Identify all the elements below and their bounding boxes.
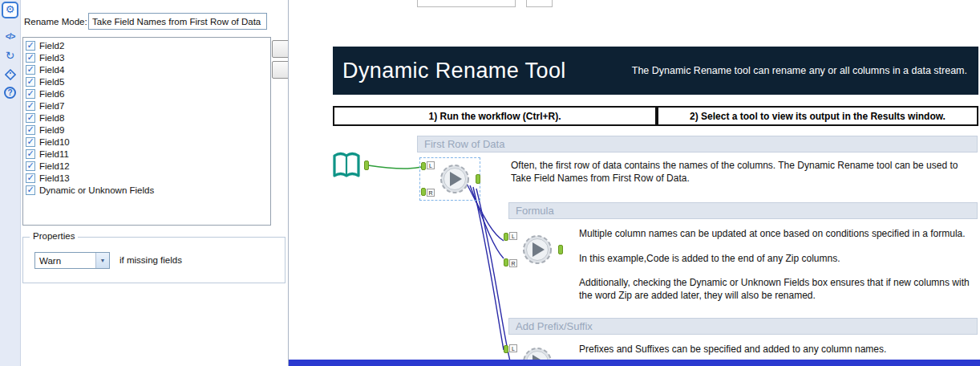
checkmark-icon: ✓ [26,65,34,73]
paragraph-prefix-suffix: Prefixes and Suffixes can be specified a… [579,344,978,356]
output-anchor[interactable] [558,245,563,254]
input-anchor-nub[interactable] [504,233,508,241]
panel-button-top[interactable] [272,40,289,58]
output-anchor[interactable] [476,174,480,184]
field-list-item[interactable]: ✓ Field5 [23,75,270,87]
field-list-item[interactable]: ✓ Field9 [23,124,270,136]
field-list-item[interactable]: ✓ Field13 [23,172,270,184]
banner-subtitle: The Dynamic Rename tool can rename any o… [632,65,967,76]
checkmark-icon: ✓ [26,53,34,61]
field-checkbox[interactable]: ✓ [26,65,35,75]
missing-fields-dropdown[interactable]: Warn ▼ [34,252,110,269]
paragraph-formula-3: Additionally, checking the Dynamic or Un… [579,277,970,302]
input-data-tool[interactable] [331,149,362,181]
chevron-down-icon[interactable]: ▼ [95,253,109,268]
input-anchor-nub[interactable] [504,258,508,266]
field-checkbox[interactable]: ✓ [26,125,35,135]
output-anchor[interactable] [364,161,369,170]
field-checkbox[interactable]: ✓ [26,185,35,195]
checkmark-icon: ✓ [26,89,34,97]
field-checkbox[interactable]: ✓ [26,53,35,63]
checkmark-icon: ✓ [26,149,34,157]
book-icon [331,149,362,181]
field-label: Field9 [39,125,64,135]
field-label: Field7 [39,101,64,111]
field-label: Field13 [39,173,70,183]
checkmark-icon: ✓ [26,41,34,49]
code-icon[interactable]: </> [0,32,20,41]
banner: Dynamic Rename Tool The Dynamic Rename t… [333,47,978,95]
input-anchor-l[interactable]: L [509,344,517,352]
input-anchor-r[interactable]: R [509,259,517,267]
input-anchor-nub[interactable] [421,188,426,196]
checkmark-icon: ✓ [26,137,34,145]
field-label: Field10 [39,137,70,147]
tag-icon[interactable] [0,69,20,83]
instruction-run-workflow: 1) Run the workflow (Ctrl+R). [333,106,657,126]
checkmark-icon: ✓ [26,161,34,169]
help-icon[interactable]: ? [0,87,20,99]
rename-mode-label: Rename Mode: [24,17,87,26]
field-list-item[interactable]: ✓ Field10 [23,136,270,148]
field-checkbox[interactable]: ✓ [26,101,35,111]
field-list[interactable]: ✓ Field2 ✓ Field3 ✓ Field4 ✓ Field5 ✓ Fi… [22,37,271,226]
app-window: ⚙ </> ↻ ? Rename Mode: ✓ Field2 ✓ Field3… [0,0,980,366]
field-list-item[interactable]: ✓ Field6 [23,87,270,100]
field-list-item[interactable]: ✓ Field3 [23,51,270,63]
banner-title: Dynamic Rename Tool [342,59,566,83]
field-checkbox[interactable]: ✓ [26,137,35,147]
field-list-item[interactable]: ✓ Field2 [23,39,270,51]
input-anchor-l[interactable]: L [509,232,517,240]
input-anchor-r[interactable]: R [427,189,435,197]
paragraph-formula-2: In this example,Code is added to the end… [579,253,978,266]
canvas-tab[interactable] [417,0,516,7]
missing-fields-value: Warn [35,256,95,266]
panel-button-bottom[interactable] [272,61,289,79]
instruction-select-tool: 2) Select a tool to view its output in t… [657,106,978,126]
input-anchor-nub[interactable] [421,162,426,170]
missing-fields-label: if missing fields [119,255,182,265]
properties-group: Properties Warn ▼ if missing fields [22,237,285,283]
dynamic-rename-tool-1[interactable]: L R [436,161,473,197]
input-anchor-nub[interactable] [504,345,508,353]
field-label: Field6 [39,89,64,99]
field-checkbox[interactable]: ✓ [26,113,35,123]
dynamic-rename-tool-2[interactable]: L R [519,231,556,268]
field-checkbox[interactable]: ✓ [26,161,35,171]
workflow-canvas[interactable]: Dynamic Rename Tool The Dynamic Rename t… [289,0,980,366]
canvas-bottom-strip [289,360,980,366]
field-checkbox[interactable]: ✓ [26,173,35,183]
field-checkbox[interactable]: ✓ [26,41,35,51]
field-checkbox[interactable]: ✓ [26,89,35,99]
section-formula: Formula [508,202,978,219]
field-label: Field12 [39,161,70,171]
configuration-panel: Rename Mode: ✓ Field2 ✓ Field3 ✓ Field4 … [21,0,289,366]
checkmark-icon: ✓ [26,125,34,133]
field-label: Field5 [39,77,64,87]
field-label: Field3 [39,53,64,63]
refresh-icon[interactable]: ↻ [0,49,20,62]
field-label: Field8 [39,113,64,123]
field-list-item[interactable]: ✓ Field8 [23,112,270,124]
checkmark-icon: ✓ [26,185,34,193]
field-list-item[interactable]: ✓ Field4 [23,63,270,75]
section-add-prefix-suffix: Add Prefix/Suffix [508,318,978,335]
field-list-item[interactable]: ✓ Dynamic or Unknown Fields [23,184,270,196]
gear-icon[interactable]: ⚙ [2,2,18,18]
field-label: Field11 [39,149,69,159]
canvas-tab-small[interactable] [526,0,553,7]
saw-blade-icon [436,161,473,197]
field-list-item[interactable]: ✓ Field11 [23,148,270,160]
section-first-row-of-data: First Row of Data [417,136,978,152]
field-checkbox[interactable]: ✓ [26,77,35,87]
field-label: Field2 [39,41,64,51]
field-checkbox[interactable]: ✓ [26,149,35,159]
field-label: Field4 [39,65,64,75]
paragraph-formula-1: Multiple column names can be updated at … [579,228,978,241]
field-list-item[interactable]: ✓ Field12 [23,160,270,172]
rename-mode-input[interactable] [88,13,267,30]
input-anchor-l[interactable]: L [427,161,435,169]
checkmark-icon: ✓ [26,77,34,85]
paragraph-first-row: Often, the first row of data contains th… [511,160,974,185]
field-list-item[interactable]: ✓ Field7 [23,100,270,112]
